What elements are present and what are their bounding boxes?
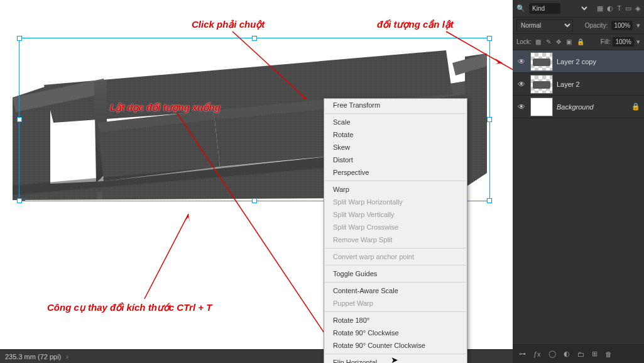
menu-perspective[interactable]: Perspective xyxy=(324,166,467,179)
lock-icon[interactable]: 🔒 xyxy=(631,103,640,111)
opacity-value[interactable]: 100% xyxy=(611,21,633,30)
layer-filter-row: 🔍 ▦ ◐ T ▭ ◈ xyxy=(513,0,644,18)
lock-label: Lock: xyxy=(516,38,532,45)
lock-pixels-icon[interactable]: ✎ xyxy=(546,38,551,45)
menu-free-transform[interactable]: Free Transform xyxy=(324,99,467,111)
filter-smart-icon[interactable]: ◈ xyxy=(635,4,640,13)
transform-handle[interactable] xyxy=(252,36,257,41)
menu-content-aware-scale[interactable]: Content-Aware Scale xyxy=(324,284,467,297)
delete-layer-icon[interactable]: 🗑 xyxy=(605,350,612,358)
menu-split-warp-h: Split Warp Horizontally xyxy=(324,196,467,208)
filter-pixel-icon[interactable]: ▦ xyxy=(597,4,603,13)
menu-toggle-guides[interactable]: Toggle Guides xyxy=(324,267,467,280)
transform-handle[interactable] xyxy=(487,36,492,41)
menu-rotate[interactable]: Rotate xyxy=(324,128,467,141)
chevron-right-icon[interactable]: › xyxy=(66,353,68,360)
layer-filter-search[interactable] xyxy=(529,3,560,14)
transform-context-menu: Free Transform Scale Rotate Skew Distort… xyxy=(324,98,467,363)
menu-scale[interactable]: Scale xyxy=(324,116,467,128)
filter-shape-icon[interactable]: ▭ xyxy=(625,4,631,13)
transform-handle[interactable] xyxy=(17,198,22,203)
fill-label: Fill: xyxy=(601,38,611,45)
menu-distort[interactable]: Distort xyxy=(324,154,467,166)
lock-all-icon[interactable]: 🔒 xyxy=(577,38,584,45)
new-layer-icon[interactable]: ⊞ xyxy=(592,350,598,358)
mouse-cursor-icon: ➤ xyxy=(391,355,398,363)
layers-panel-footer: ⊶ ƒx ◯ ◐ 🗀 ⊞ 🗑 xyxy=(513,344,644,363)
layer-thumbnail[interactable] xyxy=(530,75,553,94)
menu-skew[interactable]: Skew xyxy=(324,141,467,154)
filter-adjust-icon[interactable]: ◐ xyxy=(607,4,613,13)
transform-handle[interactable] xyxy=(17,36,22,41)
chevron-down-icon[interactable]: ▾ xyxy=(636,38,640,46)
layer-style-icon[interactable]: ƒx xyxy=(533,350,541,358)
transform-handle[interactable] xyxy=(487,198,492,203)
menu-rotate-90-cw[interactable]: Rotate 90° Clockwise xyxy=(324,327,467,339)
menu-convert-anchor: Convert warp anchor point xyxy=(324,250,467,263)
link-layers-icon[interactable]: ⊶ xyxy=(519,350,526,358)
fill-value[interactable]: 100% xyxy=(613,37,634,47)
layer-thumbnail[interactable] xyxy=(530,52,553,71)
lock-position-icon[interactable]: ✥ xyxy=(556,38,561,45)
menu-warp[interactable]: Warp xyxy=(324,183,467,196)
menu-split-warp-v: Split Warp Vertically xyxy=(324,208,467,221)
lock-transparency-icon[interactable]: ▩ xyxy=(535,38,541,45)
lock-artboard-icon[interactable]: ▣ xyxy=(566,38,572,45)
visibility-toggle-icon[interactable]: 👁 xyxy=(516,103,527,111)
annotation-text: Click phải chuột xyxy=(192,19,265,30)
blend-mode-select[interactable]: Normal xyxy=(516,20,573,31)
transform-handle[interactable] xyxy=(252,198,257,203)
visibility-toggle-icon[interactable]: 👁 xyxy=(516,57,527,66)
filter-type-icon[interactable]: T xyxy=(617,4,621,13)
layer-name[interactable]: Layer 2 xyxy=(557,81,580,88)
annotation-text: đối tượng cần lật xyxy=(377,19,454,30)
layer-thumbnail[interactable] xyxy=(530,98,553,116)
chevron-down-icon[interactable]: ▾ xyxy=(636,21,640,30)
layer-row[interactable]: 👁 Background 🔒 xyxy=(513,96,644,118)
layers-panel: 🔍 ▦ ◐ T ▭ ◈ Normal Opacity: 100% ▾ Lock:… xyxy=(513,0,644,363)
layer-name[interactable]: Background xyxy=(557,103,594,111)
layer-name[interactable]: Layer 2 copy xyxy=(557,58,596,65)
menu-remove-warp-split: Remove Warp Split xyxy=(324,233,467,246)
transform-handle[interactable] xyxy=(487,117,492,122)
layer-filter-kind[interactable] xyxy=(564,4,589,13)
layer-row[interactable]: 👁 Layer 2 xyxy=(513,73,644,96)
blend-mode-row: Normal Opacity: 100% ▾ xyxy=(513,18,644,34)
annotation-text: Công cụ thay đổi kích thước CTrl + T xyxy=(47,302,212,313)
lock-row: Lock: ▩ ✎ ✥ ▣ 🔒 Fill: 100% ▾ xyxy=(513,34,644,50)
layer-mask-icon[interactable]: ◯ xyxy=(548,350,556,358)
transform-handle[interactable] xyxy=(17,117,22,122)
opacity-label: Opacity: xyxy=(585,22,608,29)
menu-puppet-warp: Puppet Warp xyxy=(324,297,467,310)
adjustment-layer-icon[interactable]: ◐ xyxy=(564,350,570,358)
layer-row[interactable]: 👁 Layer 2 copy xyxy=(513,50,644,73)
group-icon[interactable]: 🗀 xyxy=(577,350,584,358)
menu-rotate-180[interactable]: Rotate 180° xyxy=(324,314,467,327)
menu-split-warp-c: Split Warp Crosswise xyxy=(324,221,467,233)
visibility-toggle-icon[interactable]: 👁 xyxy=(516,80,527,89)
annotation-text: Lật dọc đối tượng xuống xyxy=(110,102,221,113)
menu-rotate-90-ccw[interactable]: Rotate 90° Counter Clockwise xyxy=(324,339,467,352)
document-info: 235.3 mm (72 ppi) xyxy=(5,353,61,360)
